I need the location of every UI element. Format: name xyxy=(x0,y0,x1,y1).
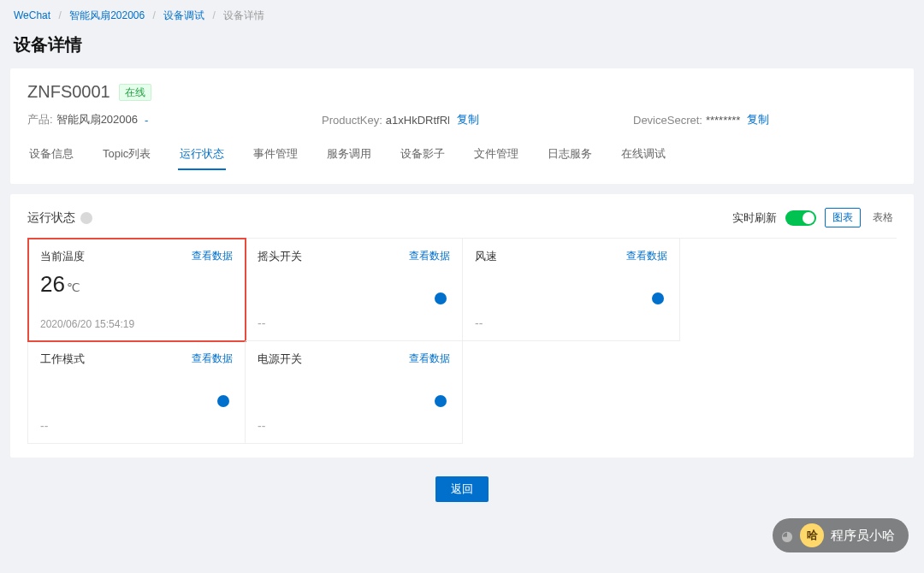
product-value: 智能风扇202006 xyxy=(56,112,138,127)
device-header-card: ZNFS0001 在线 产品: 智能风扇202006 - ProductKey:… xyxy=(10,68,914,184)
device-name: ZNFS0001 xyxy=(27,82,110,102)
tab-6[interactable]: 文件管理 xyxy=(472,139,520,170)
wechat-icon: ◕ xyxy=(781,528,793,544)
productkey-label: ProductKey: xyxy=(322,114,382,127)
view-data-link[interactable]: 查看数据 xyxy=(409,249,450,263)
tile-unit: ℃ xyxy=(67,281,80,294)
view-data-link[interactable]: 查看数据 xyxy=(409,351,450,366)
realtime-refresh-toggle[interactable] xyxy=(785,210,816,226)
view-data-link[interactable]: 查看数据 xyxy=(626,249,667,263)
devicesecret-copy-link[interactable]: 复制 xyxy=(747,112,769,127)
info-icon[interactable] xyxy=(435,395,447,407)
devicesecret-label: DeviceSecret: xyxy=(633,114,702,127)
productkey-copy-link[interactable]: 复制 xyxy=(457,112,479,127)
tab-1[interactable]: Topic列表 xyxy=(101,139,152,170)
breadcrumb-link[interactable]: 智能风扇202006 xyxy=(69,9,145,21)
chart-view-button[interactable]: 图表 xyxy=(825,208,861,227)
tile-timestamp: 2020/06/20 15:54:19 xyxy=(40,318,233,330)
status-tiles: 当前温度查看数据26℃2020/06/20 15:54:19摇头开关查看数据--… xyxy=(27,238,897,444)
section-title: 运行状态 xyxy=(27,210,75,226)
realtime-refresh-label: 实时刷新 xyxy=(732,210,777,226)
tabs: 设备信息Topic列表运行状态事件管理服务调用设备影子文件管理日志服务在线调试 xyxy=(27,139,897,170)
breadcrumb-current: 设备详情 xyxy=(223,9,264,21)
tile-empty: -- xyxy=(258,419,265,433)
devicesecret-meta: DeviceSecret: ******** 复制 xyxy=(633,112,897,127)
back-button[interactable]: 返回 xyxy=(435,476,489,502)
tile-title: 风速 xyxy=(475,249,497,264)
status-tile: 工作模式查看数据-- xyxy=(28,341,246,444)
page-title: 设备详情 xyxy=(10,28,914,68)
info-icon[interactable] xyxy=(217,395,229,407)
tile-title: 当前温度 xyxy=(40,249,85,264)
breadcrumb: WeChat / 智能风扇202006 / 设备调试 / 设备详情 xyxy=(10,0,914,28)
help-icon[interactable] xyxy=(80,212,92,224)
breadcrumb-sep: / xyxy=(58,9,61,21)
productkey-meta: ProductKey: a1xHkDRtfRl 复制 xyxy=(322,112,630,127)
tab-4[interactable]: 服务调用 xyxy=(325,139,373,170)
table-view-button[interactable]: 表格 xyxy=(869,209,897,227)
view-data-link[interactable]: 查看数据 xyxy=(192,351,233,366)
tile-empty: -- xyxy=(475,316,483,330)
tile-title: 电源开关 xyxy=(258,351,302,367)
product-label: 产品: xyxy=(27,112,53,127)
tab-5[interactable]: 设备影子 xyxy=(399,139,447,170)
breadcrumb-sep: / xyxy=(213,9,216,21)
info-icon[interactable] xyxy=(435,292,447,304)
tile-title: 工作模式 xyxy=(40,351,85,367)
tile-empty: -- xyxy=(258,316,265,330)
tab-0[interactable]: 设备信息 xyxy=(27,139,75,170)
status-tile: 摇头开关查看数据-- xyxy=(246,239,463,341)
productkey-value: a1xHkDRtfRl xyxy=(386,114,450,127)
tab-8[interactable]: 在线调试 xyxy=(619,139,667,170)
avatar: 哈 xyxy=(800,523,824,547)
tab-7[interactable]: 日志服务 xyxy=(546,139,594,170)
tile-value: 26 xyxy=(40,271,65,297)
breadcrumb-sep: / xyxy=(153,9,156,21)
status-tile: 电源开关查看数据-- xyxy=(246,341,463,444)
status-tile: 风速查看数据-- xyxy=(463,239,680,341)
devicesecret-value: ******** xyxy=(706,114,740,127)
tab-2[interactable]: 运行状态 xyxy=(178,139,226,170)
product-meta: 产品: 智能风扇202006 - xyxy=(27,112,318,127)
product-suffix-link[interactable]: - xyxy=(145,114,148,127)
info-icon[interactable] xyxy=(652,292,664,304)
view-data-link[interactable]: 查看数据 xyxy=(192,249,233,263)
back-row: 返回 xyxy=(10,468,914,511)
channel-watermark: ◕ 哈 程序员小哈 xyxy=(773,518,909,552)
tile-empty: -- xyxy=(40,419,48,433)
tile-title: 摇头开关 xyxy=(258,249,302,264)
breadcrumb-link[interactable]: 设备调试 xyxy=(163,9,204,21)
status-badge: 在线 xyxy=(119,84,151,101)
channel-name: 程序员小哈 xyxy=(831,528,895,544)
tab-3[interactable]: 事件管理 xyxy=(252,139,299,170)
breadcrumb-link[interactable]: WeChat xyxy=(14,9,50,21)
status-tile: 当前温度查看数据26℃2020/06/20 15:54:19 xyxy=(28,239,246,341)
runtime-status-card: 运行状态 实时刷新 图表 表格 当前温度查看数据26℃2020/06/20 15… xyxy=(10,194,914,458)
